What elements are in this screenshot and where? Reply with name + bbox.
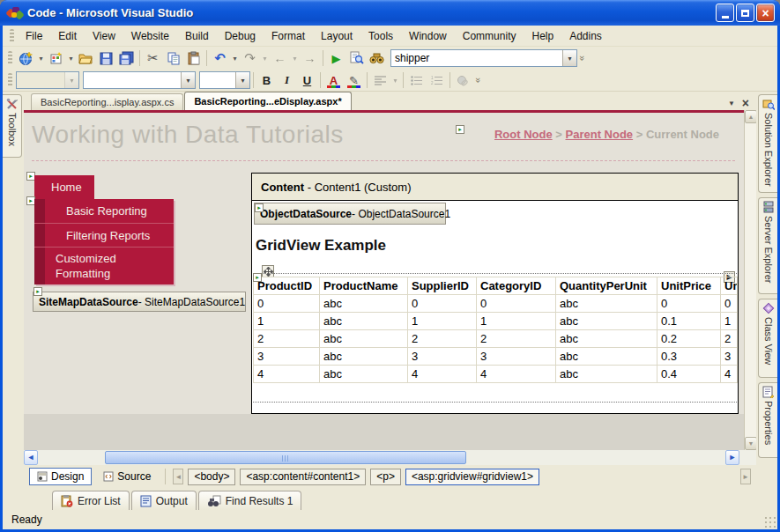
menu-item-layout[interactable]: Layout	[313, 27, 360, 45]
nav-item-basic-reporting[interactable]: Basic Reporting	[34, 199, 174, 223]
menu-item-view[interactable]: View	[85, 27, 123, 45]
close-button[interactable]: ×	[756, 4, 775, 22]
bullet-list-button[interactable]	[406, 70, 427, 90]
server-explorer-tab[interactable]: Server Explorer	[758, 197, 777, 294]
scroll-up-button[interactable]: ▲	[745, 110, 756, 123]
class-view-tab[interactable]: Class View	[758, 299, 777, 378]
toolbar-overflow-button[interactable]: »	[577, 48, 588, 68]
browse-button[interactable]	[367, 48, 387, 68]
find-results-tab[interactable]: Find Results 1	[198, 491, 302, 510]
horizontal-scrollbar[interactable]: ◄ ►	[24, 450, 756, 465]
sitemappath-smart-tag[interactable]: ▸	[456, 125, 464, 134]
find-combobox-value[interactable]: shipper	[391, 52, 562, 64]
font-name-combobox[interactable]: ▾	[83, 71, 196, 89]
new-website-button[interactable]	[16, 48, 36, 68]
tab-list-dropdown[interactable]: ▼	[728, 100, 735, 107]
design-view-button[interactable]: Design	[29, 468, 92, 485]
properties-tab[interactable]: Properties	[758, 382, 777, 458]
error-list-tab[interactable]: Error List	[52, 491, 130, 510]
bold-button[interactable]: B	[256, 70, 277, 90]
navigate-forward-button[interactable]: →	[300, 48, 320, 68]
sitemapdatasource-smart-tag[interactable]: ▸	[33, 287, 42, 296]
font-name-dropdown[interactable]: ▾	[181, 72, 195, 88]
tab-close-button[interactable]: ×	[742, 96, 749, 110]
underline-button[interactable]: U	[297, 70, 317, 90]
vertical-scrollbar[interactable]: ▲ ▼	[744, 110, 756, 450]
gridview-smart-tag[interactable]: ▸	[253, 273, 262, 282]
menu-item-debug[interactable]: Debug	[217, 27, 264, 45]
tag-navigator-right-button[interactable]: ►	[740, 469, 751, 484]
find-in-files-button[interactable]	[346, 48, 367, 68]
maximize-button[interactable]	[736, 4, 754, 22]
menu-item-edit[interactable]: Edit	[50, 27, 85, 45]
menu-item-build[interactable]: Build	[177, 27, 217, 45]
redo-dropdown[interactable]: ▾	[260, 48, 270, 68]
editor-tab-codebehind[interactable]: BasicReporting...isplay.aspx.cs	[31, 93, 183, 110]
align-dropdown[interactable]: ▾	[390, 70, 400, 90]
highlight-button[interactable]: ✎	[344, 70, 364, 90]
scroll-down-button[interactable]: ▼	[745, 437, 756, 450]
horizontal-scroll-thumb[interactable]	[105, 451, 466, 464]
toolbar-grip[interactable]	[8, 51, 12, 65]
numbered-list-button[interactable]: 12	[427, 70, 447, 90]
undo-dropdown[interactable]: ▾	[230, 48, 240, 68]
paste-button[interactable]	[183, 48, 204, 68]
tag-asp-gridview[interactable]: <asp:gridview#gridview1>	[405, 469, 539, 485]
navigate-backward-button[interactable]: ←	[270, 48, 290, 68]
tag-p[interactable]: <p>	[370, 469, 401, 485]
menu-item-addins[interactable]: Addins	[561, 27, 610, 45]
nav-item-home[interactable]: Home	[34, 175, 94, 199]
redo-button[interactable]: ↷	[240, 48, 260, 68]
target-rule-dropdown[interactable]: ▾	[64, 72, 78, 88]
menu-item-window[interactable]: Window	[401, 27, 455, 45]
new-website-dropdown[interactable]: ▾	[36, 48, 46, 68]
content-control[interactable]: ▸ Content - Content1 (Custom) ▸ ObjectDa…	[251, 173, 739, 414]
save-button[interactable]	[96, 48, 116, 68]
target-rule-combobox[interactable]: ▾	[16, 71, 79, 89]
font-size-dropdown[interactable]: ▾	[235, 72, 249, 88]
objectdatasource-smart-tag[interactable]: ▸	[255, 203, 264, 212]
font-size-combobox[interactable]: ▾	[199, 71, 250, 89]
cut-button[interactable]: ✂	[143, 48, 163, 68]
output-tab[interactable]: Output	[131, 491, 197, 510]
font-color-button[interactable]: A	[323, 70, 344, 90]
toolbox-tab[interactable]: Toolbox	[3, 94, 22, 158]
find-combobox[interactable]: shipper ▾	[390, 49, 577, 67]
toolbar-overflow-button[interactable]: »	[473, 70, 484, 90]
breadcrumb-root-link[interactable]: Root Node	[494, 128, 553, 141]
save-all-button[interactable]	[116, 48, 137, 68]
tag-body[interactable]: <body>	[188, 469, 235, 485]
sitemapdatasource-control[interactable]: SiteMapDataSource - SiteMapDataSource1	[33, 292, 246, 312]
add-new-item-button[interactable]	[46, 48, 66, 68]
menu-item-tools[interactable]: Tools	[360, 27, 401, 45]
nav-item-filtering-reports[interactable]: Filtering Reports	[34, 223, 174, 247]
menu-item-format[interactable]: Format	[264, 27, 313, 45]
title-bar[interactable]: Code - Microsoft Visual Studio ×	[0, 0, 780, 26]
start-debugging-button[interactable]: ▶	[326, 48, 346, 68]
toolbar-grip[interactable]	[8, 73, 12, 87]
nav-item-customized-formatting[interactable]: Customized Formatting	[34, 247, 174, 284]
scroll-right-button[interactable]: ►	[725, 450, 739, 465]
copy-button[interactable]	[163, 48, 183, 68]
resize-grip[interactable]	[763, 515, 776, 528]
menu-grip[interactable]	[10, 29, 14, 43]
menu-item-community[interactable]: Community	[455, 27, 524, 45]
undo-button[interactable]: ↶	[210, 48, 230, 68]
menu-item-help[interactable]: Help	[524, 27, 561, 45]
navigate-backward-dropdown[interactable]: ▾	[290, 48, 300, 68]
tag-navigator-left-button[interactable]: ◄	[173, 469, 183, 484]
editor-tab-aspx[interactable]: BasicReporting...eDisplay.aspx*	[184, 92, 351, 110]
solution-explorer-tab[interactable]: Solution Explorer	[758, 94, 777, 193]
source-view-button[interactable]: Source	[96, 468, 158, 485]
add-new-item-dropdown[interactable]: ▾	[66, 48, 76, 68]
minimize-button[interactable]	[716, 4, 734, 22]
tag-asp-content[interactable]: <asp:content#content1>	[240, 469, 366, 485]
breadcrumb-parent-link[interactable]: Parent Node	[566, 128, 634, 141]
menu-item-website[interactable]: Website	[123, 27, 177, 45]
scroll-left-button[interactable]: ◄	[24, 450, 38, 465]
hyperlink-button[interactable]	[453, 70, 473, 90]
italic-button[interactable]: I	[277, 70, 297, 90]
objectdatasource-control[interactable]: ObjectDataSource - ObjectDataSource1	[254, 203, 446, 225]
find-combobox-dropdown[interactable]: ▾	[562, 50, 576, 66]
menu-item-file[interactable]: File	[18, 27, 50, 45]
